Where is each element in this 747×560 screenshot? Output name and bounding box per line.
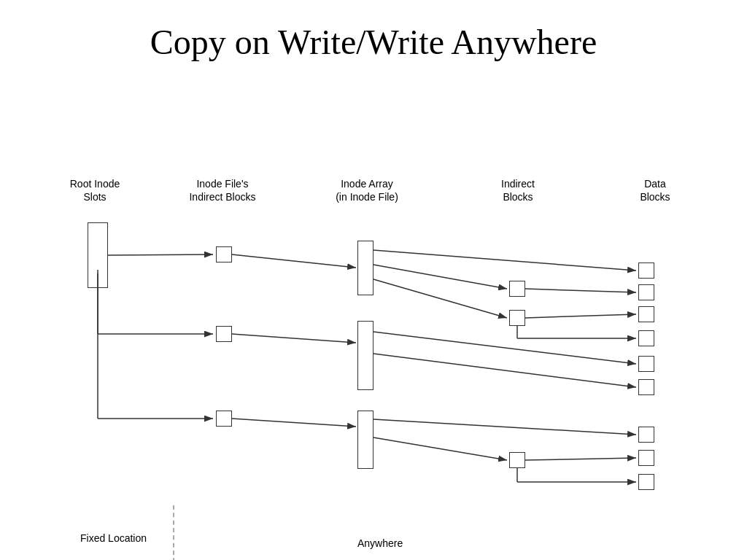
page-title: Copy on Write/Write Anywhere [0,0,747,69]
data-block-1 [638,262,654,279]
svg-line-7 [232,419,356,427]
data-block-9 [638,474,654,490]
svg-line-15 [374,332,636,364]
fixed-location-divider [173,505,174,560]
inode-indirect-2 [216,326,232,342]
data-block-8 [638,450,654,466]
inode-indirect-3 [216,411,232,427]
data-block-6 [638,379,654,395]
inode-array-3 [357,411,374,469]
data-block-5 [638,356,654,372]
svg-line-12 [525,314,636,318]
svg-line-10 [525,289,636,292]
data-block-2 [638,284,654,300]
data-block-7 [638,427,654,443]
indirect-block-3 [509,452,525,468]
svg-line-16 [374,354,636,387]
data-block-3 [638,306,654,322]
col-header-root-inode: Root InodeSlots [55,177,135,203]
col-header-data: DataBlocks [626,177,684,203]
svg-line-19 [525,458,636,460]
fixed-location-label: Fixed Location [80,532,147,544]
inode-array-1 [357,241,374,295]
diagram-arrows [0,69,747,543]
indirect-block-2 [509,310,525,326]
indirect-block-1 [509,281,525,297]
svg-line-0 [108,254,213,255]
svg-line-1 [232,254,356,268]
anywhere-label: Anywhere [357,537,403,549]
col-header-inode-array: Inode Array(in Inode File) [327,177,407,203]
svg-line-8 [374,250,636,271]
root-inode-box [88,222,108,288]
svg-line-18 [374,438,507,460]
col-header-indirect: IndirectBlocks [481,177,554,203]
svg-line-11 [374,279,507,318]
data-block-4 [638,330,654,346]
inode-indirect-1 [216,246,232,262]
svg-line-17 [374,419,636,435]
inode-array-2 [357,321,374,390]
diagram: Root InodeSlots Inode File'sIndirect Blo… [0,69,747,543]
svg-line-9 [374,265,507,289]
svg-line-4 [232,334,356,343]
col-header-inode-file: Inode File'sIndirect Blocks [182,177,263,203]
